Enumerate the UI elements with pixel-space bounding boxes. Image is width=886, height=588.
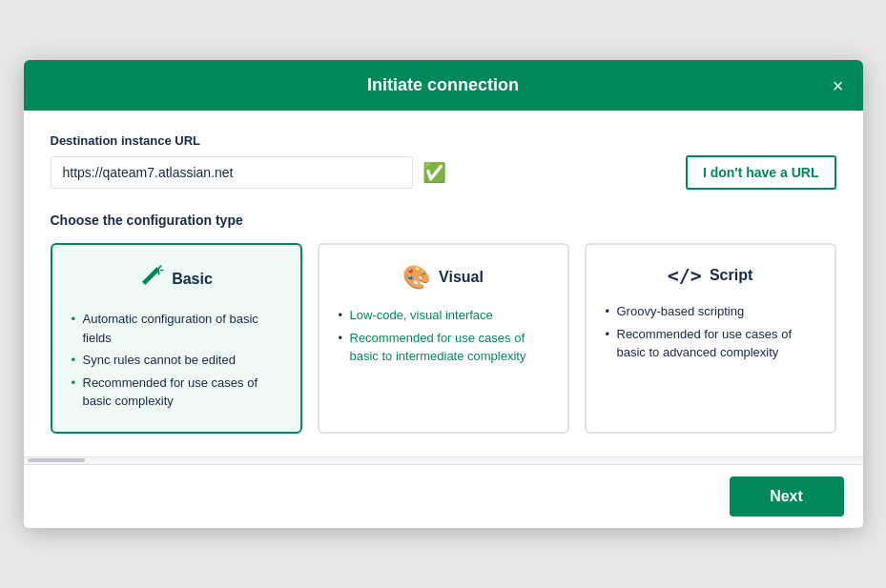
url-row: ✅ I don't have a URL — [51, 155, 836, 190]
modal-body: Destination instance URL ✅ I don't have … — [24, 111, 863, 456]
script-card-icon: </> — [668, 264, 702, 287]
script-feature-1: Groovy-based scripting — [604, 300, 817, 323]
basic-card-features: Automatic configuration of basic fields … — [70, 308, 283, 413]
basic-feature-1: Automatic configuration of basic fields — [70, 308, 283, 349]
script-card[interactable]: </> Script Groovy-based scripting Recomm… — [585, 243, 836, 434]
modal-title: Initiate connection — [367, 75, 519, 95]
visual-card-features: Low-code, visual interface Recommended f… — [337, 304, 550, 368]
modal-footer: Next — [24, 464, 863, 528]
config-cards: Basic Automatic configuration of basic f… — [51, 243, 836, 434]
url-input[interactable] — [51, 156, 413, 189]
url-field-label: Destination instance URL — [51, 133, 836, 148]
visual-card-icon: 🎨 — [402, 264, 431, 291]
basic-feature-3: Recommended for use cases of basic compl… — [70, 372, 283, 413]
visual-card[interactable]: 🎨 Visual Low-code, visual interface Reco… — [318, 243, 569, 434]
check-icon: ✅ — [422, 161, 446, 184]
next-button[interactable]: Next — [730, 476, 844, 517]
basic-card[interactable]: Basic Automatic configuration of basic f… — [51, 243, 302, 434]
script-card-header: </> Script — [604, 264, 817, 287]
config-section-label: Choose the configuration type — [51, 213, 836, 228]
no-url-button[interactable]: I don't have a URL — [686, 155, 836, 190]
modal-header: Initiate connection × — [24, 60, 863, 111]
visual-feature-1: Low-code, visual interface — [337, 304, 550, 327]
scrollbar-track[interactable] — [24, 456, 863, 464]
scrollbar-thumb[interactable] — [28, 458, 85, 462]
basic-card-icon — [139, 264, 164, 294]
basic-feature-2: Sync rules cannot be edited — [70, 349, 283, 372]
modal-dialog: Initiate connection × Destination instan… — [24, 60, 863, 528]
close-button[interactable]: × — [829, 72, 848, 99]
visual-feature-2: Recommended for use cases of basic to in… — [337, 327, 550, 368]
visual-card-header: 🎨 Visual — [337, 264, 550, 291]
svg-line-0 — [159, 266, 161, 268]
script-card-features: Groovy-based scripting Recommended for u… — [604, 300, 817, 364]
script-feature-2: Recommended for use cases of basic to ad… — [604, 323, 817, 364]
basic-card-title: Basic — [172, 271, 213, 288]
script-card-title: Script — [710, 267, 752, 284]
basic-card-header: Basic — [70, 264, 283, 294]
visual-card-title: Visual — [439, 269, 484, 286]
